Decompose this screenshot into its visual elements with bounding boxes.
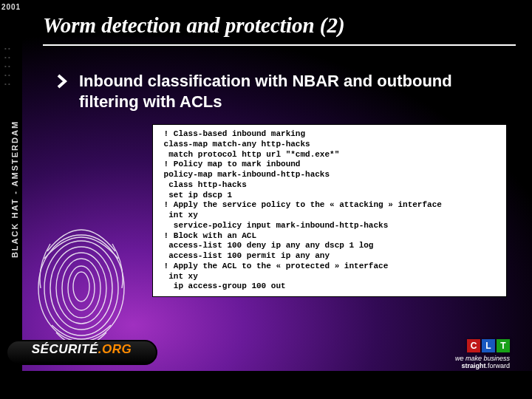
- page-title: Worm detection and protection (2): [43, 13, 516, 38]
- clt-rest: .forward: [485, 362, 510, 369]
- clt-squares: C L T: [455, 339, 510, 352]
- svg-point-5: [68, 266, 95, 310]
- footer-bar: [0, 371, 532, 399]
- svg-point-2: [50, 247, 112, 330]
- bullet-item: Inbound classification with NBAR and out…: [55, 71, 506, 112]
- securite-text: SÉCURITÉ.ORG: [6, 342, 157, 357]
- clt-logo: C L T we make business straight.forward: [455, 339, 510, 369]
- code-block: ! Class-based inbound marking class-map …: [152, 124, 507, 297]
- bullet-text: Inbound classification with NBAR and out…: [79, 71, 506, 112]
- clt-tagline-1: we make business: [455, 355, 510, 362]
- clt-square-l: L: [482, 339, 495, 352]
- svg-point-1: [44, 241, 118, 335]
- clt-square-t: T: [497, 339, 510, 352]
- securite-org: .ORG: [98, 342, 132, 356]
- securite-main: SÉCURITÉ: [32, 342, 98, 356]
- banner-year: 2001: [0, 3, 22, 11]
- svg-point-6: [73, 272, 89, 301]
- securite-logo: SÉCURITÉ.ORG: [6, 334, 157, 368]
- banner-text: BLACK HAT - AMSTERDAM: [10, 41, 19, 337]
- clt-tagline-2: straight.forward: [455, 362, 510, 369]
- svg-point-3: [56, 253, 106, 324]
- title-underline: [43, 44, 516, 46]
- fingerprint-icon: [30, 222, 133, 347]
- clt-bold: straight: [461, 362, 485, 369]
- clt-square-c: C: [467, 339, 480, 352]
- slide: 2001 • •• •• •• •• • BLACK HAT - AMSTERD…: [0, 0, 532, 399]
- chevron-right-icon: [55, 74, 72, 89]
